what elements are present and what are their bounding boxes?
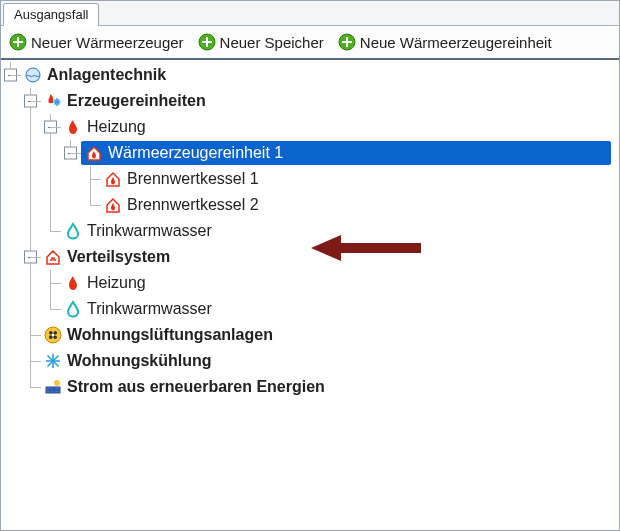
collapse-toggle[interactable]: − xyxy=(4,69,17,82)
tree-item-ee-strom[interactable]: Strom aus erneuerbaren Energien xyxy=(1,374,619,400)
tree-item-bk2[interactable]: Brennwertkessel 2 xyxy=(1,192,619,218)
tree-item-lueftung[interactable]: Wohnungslüftungsanlagen xyxy=(1,322,619,348)
button-label: Neuer Speicher xyxy=(220,34,324,51)
svg-rect-8 xyxy=(342,41,352,43)
flame-icon xyxy=(63,117,83,137)
snowflake-icon xyxy=(43,351,63,371)
svg-rect-2 xyxy=(13,41,23,43)
node-label: Brennwertkessel 1 xyxy=(127,170,259,188)
node-label: Wohnungskühlung xyxy=(67,352,212,370)
node-label: Wärmeerzeugereinheit 1 xyxy=(108,144,283,162)
tree-item-verteilsystem[interactable]: − Verteilsystem xyxy=(1,244,619,270)
fan-icon xyxy=(43,325,63,345)
node-label: Anlagentechnik xyxy=(47,66,166,84)
plus-icon xyxy=(338,33,356,51)
water-drop-icon xyxy=(63,299,83,319)
tree-item-anlagentechnik[interactable]: − Anlagentechnik xyxy=(1,62,619,88)
flame-house-icon xyxy=(103,195,123,215)
tree-item-kuehlung[interactable]: Wohnungskühlung xyxy=(1,348,619,374)
flame-house-icon xyxy=(84,143,104,163)
plus-icon xyxy=(198,33,216,51)
collapse-toggle[interactable]: − xyxy=(44,121,57,134)
app-window: Ausgangsfall Neuer Wärmeerzeuger xyxy=(0,0,620,531)
solar-icon xyxy=(43,377,63,397)
tab-strip: Ausgangsfall xyxy=(1,1,619,26)
toolbar: Neuer Wärmeerzeuger Neuer Speicher Neu xyxy=(1,26,619,60)
tree-item-heizung-gen[interactable]: − Heizung xyxy=(1,114,619,140)
button-label: Neue Wärmeerzeugereinheit xyxy=(360,34,552,51)
svg-point-15 xyxy=(52,334,55,337)
plus-icon xyxy=(9,33,27,51)
new-generator-button[interactable]: Neuer Wärmeerzeuger xyxy=(9,33,184,51)
tree-item-erzeugereinheiten[interactable]: − Erzeugereinheiten xyxy=(1,88,619,114)
new-storage-button[interactable]: Neuer Speicher xyxy=(198,33,324,51)
flame-house-icon xyxy=(103,169,123,189)
tab-ausgangsfall[interactable]: Ausgangsfall xyxy=(3,3,99,26)
node-label: Verteilsystem xyxy=(67,248,170,266)
node-label: Trinkwarmwasser xyxy=(87,300,212,318)
tree-item-tww-gen[interactable]: Trinkwarmwasser xyxy=(1,218,619,244)
node-label: Strom aus erneuerbaren Energien xyxy=(67,378,325,396)
fire-snow-icon xyxy=(43,91,63,111)
collapse-toggle[interactable]: − xyxy=(64,147,77,160)
new-generator-unit-button[interactable]: Neue Wärmeerzeugereinheit xyxy=(338,33,552,51)
tree-item-tww-dist[interactable]: Trinkwarmwasser xyxy=(1,296,619,322)
water-drop-icon xyxy=(63,221,83,241)
flame-icon xyxy=(63,273,83,293)
svg-point-24 xyxy=(54,380,60,386)
button-label: Neuer Wärmeerzeuger xyxy=(31,34,184,51)
tree-item-bk1[interactable]: Brennwertkessel 1 xyxy=(1,166,619,192)
tree-view[interactable]: − Anlagentechnik − xyxy=(1,60,619,530)
svg-rect-5 xyxy=(202,41,212,43)
tab-label: Ausgangsfall xyxy=(14,7,88,22)
node-label: Erzeugereinheiten xyxy=(67,92,206,110)
globe-icon xyxy=(23,65,43,85)
pipe-house-icon xyxy=(43,247,63,267)
node-label: Brennwertkessel 2 xyxy=(127,196,259,214)
node-label: Trinkwarmwasser xyxy=(87,222,212,240)
node-label: Heizung xyxy=(87,274,146,292)
node-label: Wohnungslüftungsanlagen xyxy=(67,326,273,344)
tree-item-heizung-dist[interactable]: Heizung xyxy=(1,270,619,296)
collapse-toggle[interactable]: − xyxy=(24,95,37,108)
tree-item-unit-1[interactable]: − Wärmeerzeugereinheit 1 xyxy=(1,140,619,166)
node-label: Heizung xyxy=(87,118,146,136)
collapse-toggle[interactable]: − xyxy=(24,251,37,264)
